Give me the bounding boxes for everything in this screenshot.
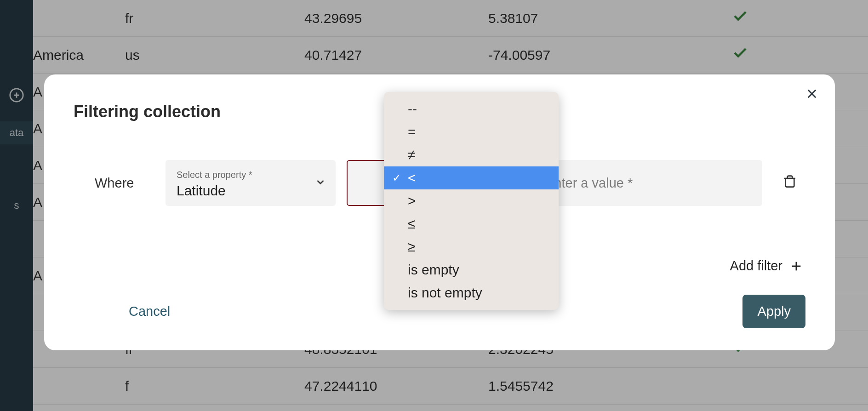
property-select[interactable]: Select a property * Latitude (166, 160, 336, 206)
add-filter-label: Add filter (730, 258, 782, 274)
operator-option[interactable]: > (384, 189, 559, 212)
operator-option[interactable]: ≠ (384, 143, 559, 166)
plus-icon (790, 260, 803, 273)
property-select-label: Select a property * (177, 170, 252, 180)
operator-option[interactable]: = (384, 120, 559, 143)
apply-button[interactable]: Apply (742, 295, 805, 328)
close-button[interactable] (805, 87, 818, 102)
operator-dropdown: --=≠<>≤≥is emptyis not empty (384, 92, 559, 310)
operator-option[interactable]: < (384, 166, 559, 189)
operator-option[interactable]: -- (384, 97, 559, 120)
delete-filter-button[interactable] (782, 175, 797, 191)
cancel-button[interactable]: Cancel (129, 304, 170, 319)
operator-option[interactable]: is not empty (384, 281, 559, 304)
chevron-down-icon (314, 176, 326, 190)
where-label: Where (95, 176, 154, 191)
value-input[interactable] (545, 176, 749, 191)
value-input-box (532, 160, 762, 206)
operator-option[interactable]: ≤ (384, 212, 559, 235)
add-filter-button[interactable]: Add filter (730, 258, 803, 274)
property-select-value: Latitude (177, 183, 226, 199)
svg-rect-5 (786, 178, 794, 187)
operator-option[interactable]: ≥ (384, 235, 559, 258)
operator-option[interactable]: is empty (384, 258, 559, 281)
